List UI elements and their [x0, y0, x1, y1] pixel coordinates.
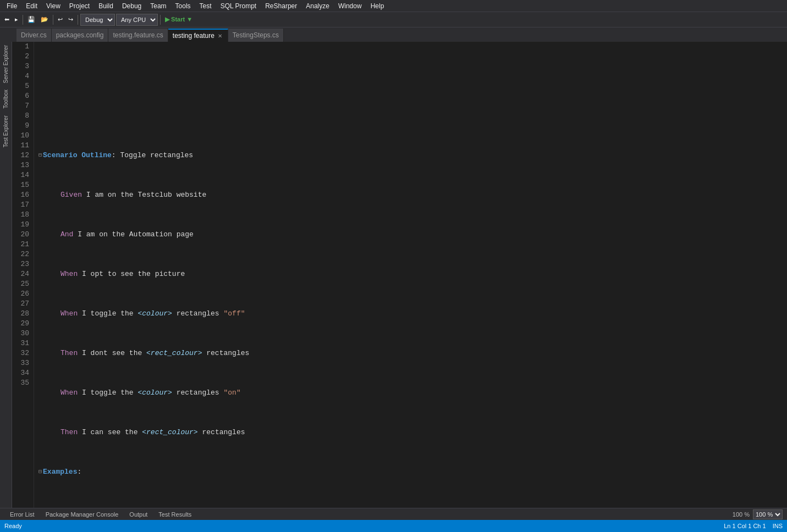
- line-num-23: 23: [14, 259, 29, 269]
- kw-when-6: When: [60, 269, 78, 279]
- tab-testing-feature-label: testing feature: [173, 32, 214, 40]
- collapse-btn-3[interactable]: ⊟: [38, 151, 42, 160]
- line-num-33: 33: [14, 358, 29, 368]
- main-layout: Server Explorer Toolbox Test Explorer 1 …: [0, 42, 787, 520]
- kw-when-9: When: [60, 388, 78, 398]
- then-text-8a: I dont see the: [78, 348, 146, 358]
- bottom-tab-test-results[interactable]: Test Results: [153, 510, 197, 519]
- menu-analyze[interactable]: Analyze: [301, 1, 334, 11]
- line-num-15: 15: [14, 180, 29, 190]
- line-num-28: 28: [14, 309, 29, 319]
- line-num-22: 22: [14, 250, 29, 259]
- line-num-24: 24: [14, 269, 29, 279]
- kw-examples-11: Examples: [43, 467, 77, 477]
- tab-testing-feature-cs[interactable]: testing.feature.cs: [108, 29, 168, 42]
- line-num-32: 32: [14, 348, 29, 358]
- tab-packages-config-label: packages.config: [56, 31, 104, 39]
- menu-bar: File Edit View Project Build Debug Team …: [0, 0, 787, 12]
- toolbar-open-btn[interactable]: 📂: [38, 14, 51, 26]
- line-num-30: 30: [14, 329, 29, 339]
- toolbar-sep1: [23, 15, 23, 25]
- menu-tools[interactable]: Tools: [171, 1, 195, 11]
- bottom-tab-error-list[interactable]: Error List: [4, 510, 40, 519]
- line-num-35: 35: [14, 378, 29, 388]
- toolbar-back-btn[interactable]: ⬅: [2, 14, 12, 26]
- zoom-dropdown[interactable]: 100 %: [753, 509, 783, 519]
- menu-file[interactable]: File: [2, 1, 21, 11]
- kw-when-7: When: [60, 309, 78, 319]
- line-num-20: 20: [14, 230, 29, 240]
- menu-edit[interactable]: Edit: [21, 1, 42, 11]
- toolbar-forward-btn[interactable]: ▸: [13, 14, 20, 26]
- param-colour-9: <colour>: [137, 388, 172, 398]
- debug-config-dropdown[interactable]: Debug: [80, 14, 115, 26]
- and-text-5: I am on the Automation page: [73, 230, 193, 240]
- line-num-17: 17: [14, 200, 29, 210]
- tab-testing-feature[interactable]: testing feature ✕: [168, 29, 228, 42]
- menu-test[interactable]: Test: [195, 1, 216, 11]
- scenario-outline-title: : Toggle rectangles: [112, 151, 193, 160]
- menu-debug[interactable]: Debug: [118, 1, 146, 11]
- status-left: Ready: [4, 523, 22, 529]
- kw-given-4: Given: [60, 190, 82, 200]
- status-bar: Ready Ln 1 Col 1 Ch 1 INS: [0, 520, 787, 532]
- code-line-10: Then I can see the <rect_colour> rectang…: [38, 428, 783, 437]
- bottom-tabs: Error List Package Manager Console Outpu…: [0, 508, 787, 520]
- line-num-25: 25: [14, 279, 29, 289]
- status-ready: Ready: [4, 523, 22, 529]
- code-line-8: Then I dont see the <rect_colour> rectan…: [38, 348, 783, 358]
- bottom-tab-output[interactable]: Output: [124, 510, 153, 519]
- menu-build[interactable]: Build: [94, 1, 118, 11]
- line-num-16: 16: [14, 190, 29, 200]
- menu-sql-prompt[interactable]: SQL Prompt: [216, 1, 261, 11]
- line-num-19: 19: [14, 220, 29, 230]
- menu-project[interactable]: Project: [65, 1, 94, 11]
- tab-driver-cs[interactable]: Driver.cs: [16, 29, 52, 42]
- menu-team[interactable]: Team: [146, 1, 170, 11]
- side-panel: Server Explorer Toolbox Test Explorer: [0, 42, 12, 520]
- tab-testing-feature-close[interactable]: ✕: [217, 32, 223, 40]
- tab-testing-steps-cs[interactable]: TestingSteps.cs: [228, 29, 284, 42]
- menu-help[interactable]: Help: [366, 1, 389, 11]
- then-text-10b: rectangles: [198, 428, 245, 437]
- when-text-6: I opt to see the picture: [78, 269, 185, 279]
- kw-scenario-outline: Scenario Outline: [43, 151, 112, 160]
- line-num-8: 8: [14, 111, 29, 121]
- platform-dropdown[interactable]: Any CPU: [116, 14, 158, 26]
- line-num-27: 27: [14, 299, 29, 309]
- menu-view[interactable]: View: [42, 1, 65, 11]
- toolbar: ⬅ ▸ 💾 📂 ↩ ↪ Debug Any CPU ▶ Start ▼: [0, 12, 787, 27]
- toolbox-label[interactable]: Toolbox: [3, 86, 9, 112]
- code-line-11: ⊟Examples:: [38, 467, 783, 477]
- param-rect-colour-8: <rect_colour>: [146, 348, 202, 358]
- status-right: Ln 1 Col 1 Ch 1 INS: [724, 523, 783, 529]
- toolbar-redo-btn[interactable]: ↪: [66, 14, 75, 26]
- menu-window[interactable]: Window: [334, 1, 366, 11]
- line-num-21: 21: [14, 240, 29, 250]
- test-explorer-label[interactable]: Test Explorer: [3, 112, 9, 151]
- line-num-13: 13: [14, 160, 29, 170]
- line-num-18: 18: [14, 210, 29, 220]
- line-num-11: 11: [14, 141, 29, 151]
- line-num-26: 26: [14, 289, 29, 299]
- tab-testing-feature-cs-label: testing.feature.cs: [113, 31, 163, 39]
- line-num-29: 29: [14, 319, 29, 329]
- toolbar-sep3: [78, 15, 78, 25]
- collapse-btn-11[interactable]: ⊟: [38, 467, 42, 477]
- code-line-4: Given I am on the Testclub website: [38, 190, 783, 200]
- kw-and-5: And: [60, 230, 73, 240]
- server-explorer-label[interactable]: Server Explorer: [3, 42, 9, 86]
- line-num-7: 7: [14, 101, 29, 111]
- toolbar-save-btn[interactable]: 💾: [25, 14, 37, 26]
- code-line-6: When I opt to see the picture: [38, 269, 783, 279]
- tab-packages-config[interactable]: packages.config: [52, 29, 109, 42]
- bottom-tab-package-manager[interactable]: Package Manager Console: [40, 510, 124, 519]
- toolbar-sep4: [160, 15, 161, 25]
- editor-area[interactable]: 1 2 3 4 5 6 7 8 9 10 11 12 13 14 15 16 1…: [12, 42, 787, 520]
- menu-resharper[interactable]: ReSharper: [261, 1, 301, 11]
- line-num-2: 2: [14, 52, 29, 62]
- start-button[interactable]: ▶ Start ▼: [163, 14, 195, 26]
- param-rect-colour-10: <rect_colour>: [142, 428, 197, 437]
- param-colour-7: <colour>: [137, 309, 172, 319]
- toolbar-undo-btn[interactable]: ↩: [56, 14, 65, 26]
